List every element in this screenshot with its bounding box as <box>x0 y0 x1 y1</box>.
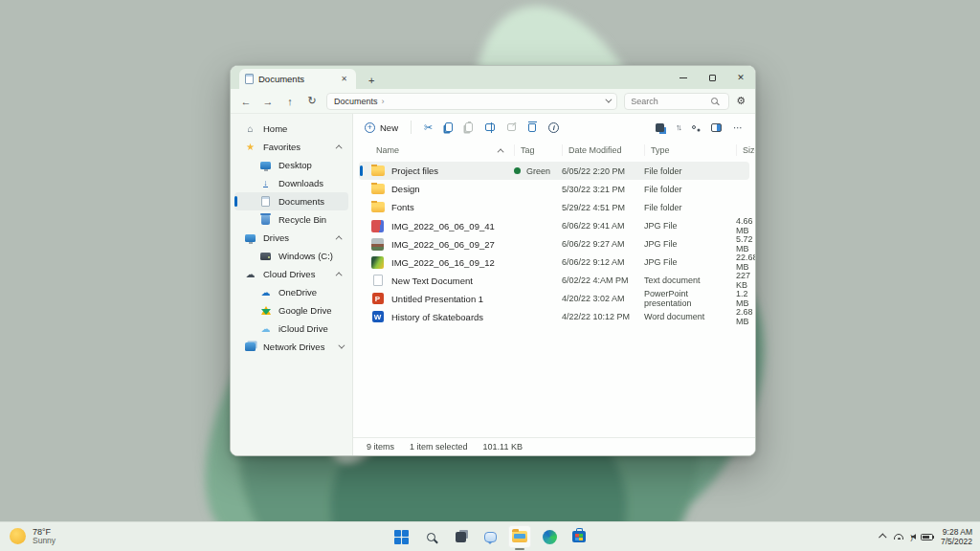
address-dropdown-icon[interactable] <box>606 97 612 103</box>
sidebar-item-onedrive[interactable]: ☁ OneDrive <box>234 283 348 301</box>
clock-time: 9:28 AM <box>943 527 972 537</box>
desktop: Documents ✕ + ✕ ← → ↑ ↻ Documents › <box>0 0 980 551</box>
downloads-icon: ↓ <box>259 179 272 187</box>
taskbar-clock[interactable]: 9:28 AM 7/5/2022 <box>941 527 972 546</box>
sidebar-item-drives[interactable]: Drives <box>234 229 348 247</box>
breadcrumb[interactable]: Documents <box>334 97 378 106</box>
column-name[interactable]: Name <box>370 144 514 156</box>
column-size[interactable]: Size <box>736 144 756 156</box>
cut-icon[interactable]: ✂ <box>424 121 433 134</box>
wifi-icon[interactable] <box>894 534 903 540</box>
rename-icon[interactable] <box>485 123 495 131</box>
sidebar-item-windows-c[interactable]: Windows (C:) <box>234 247 348 265</box>
google-drive-icon <box>259 306 272 315</box>
sidebar-item-network-drives[interactable]: Network Drives <box>234 338 348 356</box>
file-pane: + New ✂ i ↑↓ ⋯ <box>353 114 755 455</box>
icloud-icon: ☁ <box>259 323 272 334</box>
group-by-icon[interactable] <box>692 125 696 129</box>
file-row-project-files[interactable]: Project files Green 6/05/22 2:20 PM File… <box>359 162 749 180</box>
drives-icon <box>244 234 256 242</box>
edge-browser-icon <box>543 530 557 544</box>
file-row-untitled-presentation[interactable]: PUntitled Presentation 1 4/20/22 3:02 AM… <box>359 289 749 307</box>
column-tag[interactable]: Tag <box>514 144 562 156</box>
column-header-row: Name Tag Date Modified Type Size <box>353 141 755 160</box>
taskbar-center-icons <box>390 525 590 548</box>
maximize-button[interactable] <box>698 66 726 89</box>
task-view-button[interactable] <box>449 525 472 548</box>
file-explorer-button[interactable] <box>508 525 531 548</box>
weather-condition: Sunny <box>33 537 56 546</box>
selected-size: 101.11 KB <box>483 442 523 452</box>
battery-icon[interactable] <box>921 534 933 540</box>
folder-icon <box>370 165 385 177</box>
folder-icon <box>370 183 385 195</box>
copy-icon[interactable] <box>445 122 453 132</box>
microsoft-store-icon <box>572 531 586 542</box>
file-row-img-09-12[interactable]: IMG_2022_06_16_09_12 6/06/22 9:12 AM JPG… <box>359 253 749 271</box>
collapse-chevron-icon[interactable] <box>336 144 343 151</box>
items-count: 9 items <box>367 442 394 452</box>
search-box[interactable] <box>624 93 729 110</box>
back-icon[interactable]: ← <box>238 96 254 107</box>
task-view-icon <box>456 532 466 542</box>
file-row-new-text-document[interactable]: New Text Document 6/02/22 4:AM PM Text d… <box>359 271 749 289</box>
more-options-icon[interactable]: ⋯ <box>733 122 744 133</box>
address-bar[interactable]: Documents › <box>326 93 617 110</box>
column-date-modified[interactable]: Date Modified <box>562 144 644 156</box>
sidebar-item-documents[interactable]: Documents <box>234 192 348 210</box>
view-options-icon[interactable] <box>656 123 664 132</box>
recycle-bin-icon <box>259 215 272 225</box>
paste-icon[interactable] <box>465 122 473 132</box>
settings-gear-icon[interactable]: ⚙ <box>736 95 746 107</box>
taskbar-weather-widget[interactable]: 78°F Sunny <box>10 527 56 546</box>
sort-icon[interactable]: ↑↓ <box>676 122 680 132</box>
network-drives-icon <box>244 342 256 351</box>
taskbar-search-button[interactable] <box>419 525 442 548</box>
new-tab-button[interactable]: + <box>364 75 379 86</box>
refresh-icon[interactable]: ↻ <box>304 95 320 107</box>
sidebar-item-recycle-bin[interactable]: Recycle Bin <box>234 210 348 229</box>
file-row-img-09-27[interactable]: IMG_2022_06_06_09_27 6/06/22 9:27 AM JPG… <box>359 234 749 253</box>
file-row-fonts[interactable]: Fonts 5/29/22 4:51 PM File folder <box>359 198 749 216</box>
sidebar-item-home[interactable]: ⌂ Home <box>234 120 348 138</box>
delete-icon[interactable] <box>528 123 536 132</box>
taskbar: 78°F Sunny ) 9:28 AM 7/5/2022 <box>0 521 980 551</box>
close-button[interactable]: ✕ <box>726 66 755 89</box>
chat-button[interactable] <box>479 525 501 548</box>
edge-button[interactable] <box>538 525 561 548</box>
share-icon[interactable] <box>507 123 516 131</box>
new-button[interactable]: + New <box>365 122 398 133</box>
collapse-chevron-icon[interactable] <box>336 272 343 278</box>
tab-documents[interactable]: Documents ✕ <box>239 69 356 89</box>
file-row-img-09-41[interactable]: IMG_2022_06_06_09_41 6/06/22 9:41 AM JPG… <box>359 216 749 234</box>
sidebar-item-downloads[interactable]: ↓ Downloads <box>234 174 348 192</box>
file-row-history-of-skateboards[interactable]: WHistory of Skateboards 4/22/22 10:12 PM… <box>359 307 749 325</box>
sidebar-item-desktop[interactable]: Desktop <box>234 156 348 174</box>
up-icon[interactable]: ↑ <box>282 96 298 107</box>
file-explorer-window: Documents ✕ + ✕ ← → ↑ ↻ Documents › <box>230 65 756 456</box>
sidebar-item-favorites[interactable]: ★ Favorites <box>234 138 348 156</box>
hidden-icons-chevron-icon[interactable] <box>879 533 886 540</box>
star-icon: ★ <box>244 142 256 152</box>
forward-icon[interactable]: → <box>260 96 276 107</box>
sunny-icon <box>10 528 26 544</box>
collapse-chevron-icon[interactable] <box>336 235 343 242</box>
search-input[interactable] <box>631 97 711 106</box>
window-controls: ✕ <box>669 66 755 89</box>
documents-icon <box>259 196 272 207</box>
expand-chevron-icon[interactable] <box>338 342 345 349</box>
properties-icon[interactable]: i <box>548 122 559 133</box>
image-thumbnail-icon <box>370 238 385 251</box>
minimize-button[interactable] <box>669 66 698 89</box>
column-type[interactable]: Type <box>644 144 736 156</box>
store-button[interactable] <box>568 525 590 548</box>
cloud-icon: ☁ <box>244 269 256 279</box>
file-row-design[interactable]: Design 5/30/22 3:21 PM File folder <box>359 180 749 198</box>
sidebar-item-icloud-drive[interactable]: ☁ iCloud Drive <box>234 320 348 338</box>
sidebar-item-cloud-drives[interactable]: ☁ Cloud Drives <box>234 265 348 283</box>
tab-close-icon[interactable]: ✕ <box>338 74 350 84</box>
volume-control[interactable]: ) <box>911 533 913 541</box>
details-pane-icon[interactable] <box>711 123 722 132</box>
start-button[interactable] <box>390 525 412 548</box>
sidebar-item-google-drive[interactable]: Google Drive <box>234 301 348 320</box>
